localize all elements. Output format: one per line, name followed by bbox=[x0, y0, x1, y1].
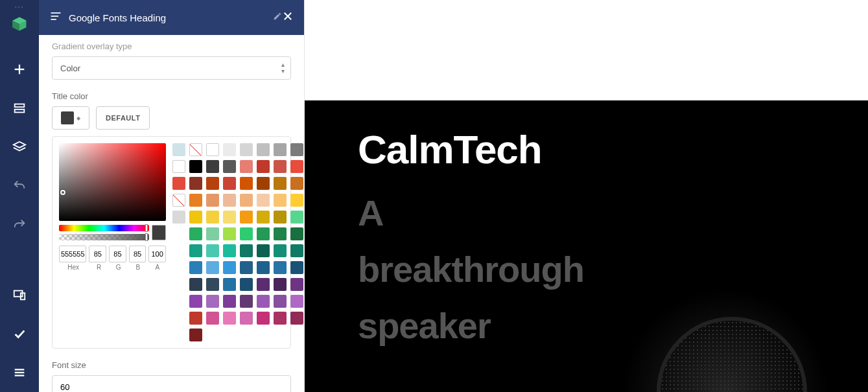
palette-swatch[interactable] bbox=[172, 177, 185, 190]
palette-swatch[interactable] bbox=[257, 227, 270, 240]
palette-swatch[interactable] bbox=[189, 227, 202, 240]
palette-swatch[interactable] bbox=[257, 143, 270, 156]
palette-swatch[interactable] bbox=[240, 312, 253, 325]
layers-icon[interactable] bbox=[0, 128, 39, 167]
palette-swatch[interactable] bbox=[240, 278, 253, 291]
palette-swatch[interactable] bbox=[206, 312, 219, 325]
hue-slider[interactable] bbox=[59, 225, 149, 231]
palette-swatch[interactable] bbox=[240, 244, 253, 257]
template-icon[interactable] bbox=[0, 89, 39, 128]
palette-swatch[interactable] bbox=[240, 143, 253, 156]
palette-swatch[interactable] bbox=[240, 227, 253, 240]
palette-swatch[interactable] bbox=[223, 244, 236, 257]
palette-swatch[interactable] bbox=[274, 278, 287, 291]
palette-swatch[interactable] bbox=[223, 227, 236, 240]
palette-swatch[interactable] bbox=[257, 312, 270, 325]
palette-swatch[interactable] bbox=[223, 211, 236, 224]
palette-swatch[interactable] bbox=[189, 211, 202, 224]
palette-swatch[interactable] bbox=[290, 295, 303, 308]
b-input[interactable] bbox=[129, 246, 147, 262]
palette-swatch[interactable] bbox=[290, 211, 303, 224]
palette-swatch[interactable] bbox=[172, 160, 185, 173]
undo-icon[interactable] bbox=[0, 167, 39, 205]
palette-swatch[interactable] bbox=[223, 278, 236, 291]
palette-swatch[interactable] bbox=[290, 261, 303, 274]
palette-swatch[interactable] bbox=[223, 143, 236, 156]
palette-swatch[interactable] bbox=[189, 177, 202, 190]
check-icon[interactable] bbox=[0, 314, 39, 353]
gradient-select[interactable] bbox=[52, 56, 291, 80]
palette-swatch[interactable] bbox=[223, 177, 236, 190]
redo-icon[interactable] bbox=[0, 205, 39, 244]
devices-icon[interactable] bbox=[0, 275, 39, 314]
palette-swatch[interactable] bbox=[290, 312, 303, 325]
palette-swatch[interactable] bbox=[240, 194, 253, 207]
palette-swatch[interactable] bbox=[206, 295, 219, 308]
palette-swatch[interactable] bbox=[189, 194, 202, 207]
palette-swatch[interactable] bbox=[206, 227, 219, 240]
palette-swatch-none[interactable] bbox=[189, 143, 202, 156]
palette-swatch[interactable] bbox=[172, 211, 185, 224]
palette-swatch[interactable] bbox=[290, 160, 303, 173]
palette-swatch[interactable] bbox=[223, 312, 236, 325]
palette-swatch[interactable] bbox=[274, 211, 287, 224]
palette-swatch[interactable] bbox=[206, 160, 219, 173]
palette-swatch[interactable] bbox=[223, 160, 236, 173]
palette-swatch[interactable] bbox=[257, 295, 270, 308]
palette-swatch[interactable] bbox=[240, 177, 253, 190]
palette-swatch[interactable] bbox=[206, 143, 219, 156]
hex-input[interactable] bbox=[59, 246, 86, 262]
palette-swatch[interactable] bbox=[290, 227, 303, 240]
font-size-input[interactable] bbox=[52, 375, 291, 392]
palette-swatch[interactable] bbox=[189, 295, 202, 308]
palette-swatch[interactable] bbox=[257, 244, 270, 257]
palette-swatch[interactable] bbox=[240, 160, 253, 173]
palette-swatch[interactable] bbox=[223, 194, 236, 207]
palette-swatch[interactable] bbox=[274, 295, 287, 308]
palette-swatch[interactable] bbox=[274, 227, 287, 240]
g-input[interactable] bbox=[109, 246, 126, 262]
palette-swatch[interactable] bbox=[189, 160, 202, 173]
palette-swatch[interactable] bbox=[240, 261, 253, 274]
close-icon[interactable] bbox=[282, 9, 294, 26]
palette-swatch[interactable] bbox=[290, 278, 303, 291]
palette-swatch[interactable] bbox=[290, 194, 303, 207]
a-input[interactable] bbox=[148, 246, 166, 262]
palette-swatch[interactable] bbox=[223, 261, 236, 274]
palette-swatch[interactable] bbox=[274, 261, 287, 274]
palette-swatch[interactable] bbox=[274, 177, 287, 190]
palette-swatch[interactable] bbox=[206, 278, 219, 291]
palette-swatch[interactable] bbox=[274, 312, 287, 325]
palette-swatch[interactable] bbox=[172, 143, 185, 156]
palette-swatch[interactable] bbox=[257, 177, 270, 190]
default-button[interactable]: DEFAULT bbox=[96, 106, 150, 130]
palette-swatch[interactable] bbox=[189, 312, 202, 325]
r-input[interactable] bbox=[89, 246, 106, 262]
palette-swatch[interactable] bbox=[189, 329, 202, 341]
palette-swatch[interactable] bbox=[206, 177, 219, 190]
palette-swatch[interactable] bbox=[257, 261, 270, 274]
pencil-icon[interactable] bbox=[273, 12, 282, 23]
palette-swatch[interactable] bbox=[290, 177, 303, 190]
palette-swatch[interactable] bbox=[206, 261, 219, 274]
palette-swatch[interactable] bbox=[206, 194, 219, 207]
menu-icon[interactable] bbox=[0, 353, 39, 392]
palette-swatch[interactable] bbox=[257, 278, 270, 291]
palette-swatch[interactable] bbox=[274, 194, 287, 207]
palette-swatch[interactable] bbox=[257, 160, 270, 173]
palette-swatch[interactable] bbox=[274, 244, 287, 257]
alpha-slider[interactable] bbox=[59, 234, 149, 240]
palette-swatch[interactable] bbox=[274, 160, 287, 173]
palette-swatch[interactable] bbox=[240, 295, 253, 308]
palette-swatch[interactable] bbox=[189, 244, 202, 257]
palette-swatch[interactable] bbox=[206, 211, 219, 224]
add-icon[interactable] bbox=[0, 50, 39, 89]
palette-swatch-none[interactable] bbox=[172, 194, 185, 207]
palette-swatch[interactable] bbox=[257, 211, 270, 224]
palette-swatch[interactable] bbox=[257, 194, 270, 207]
palette-swatch[interactable] bbox=[223, 295, 236, 308]
palette-swatch[interactable] bbox=[189, 278, 202, 291]
palette-swatch[interactable] bbox=[290, 244, 303, 257]
palette-swatch[interactable] bbox=[189, 261, 202, 274]
color-swatch-toggle[interactable]: ◆ bbox=[52, 106, 89, 130]
